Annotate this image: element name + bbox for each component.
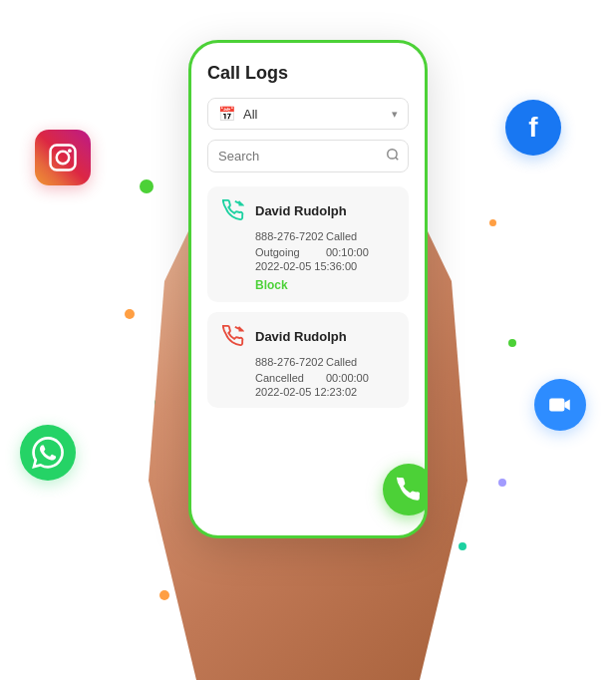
call-number-1: 888-276-7202 xyxy=(255,230,326,242)
instagram-icon xyxy=(35,130,91,185)
phone-frame: Call Logs 📅 All ▾ xyxy=(188,40,428,538)
dot-green-1 xyxy=(140,179,154,193)
scene: f Call Logs 📅 All ▾ xyxy=(0,0,616,680)
dot-orange-3 xyxy=(159,590,169,600)
call-fab-button[interactable] xyxy=(383,464,428,515)
call-details-2: 888-276-7202 Called Cancelled 00:00:00 xyxy=(255,356,397,384)
call-entry-1: David Rudolph 888-276-7202 Called Outgoi… xyxy=(207,186,409,302)
dot-orange-2 xyxy=(489,219,496,226)
call-incoming-icon-1 xyxy=(219,196,247,224)
instagram-svg xyxy=(48,143,78,172)
facebook-icon: f xyxy=(505,100,561,156)
search-icon xyxy=(386,148,400,165)
svg-point-2 xyxy=(68,149,72,153)
search-input[interactable] xyxy=(218,149,386,164)
svg-point-3 xyxy=(388,150,397,159)
svg-point-1 xyxy=(57,152,70,165)
call-entry-2: David Rudolph 888-276-7202 Called Cancel… xyxy=(207,312,409,408)
call-status-1: Called xyxy=(326,230,397,242)
filter-label: All xyxy=(243,107,392,122)
svg-rect-0 xyxy=(51,146,76,170)
caller-name-2: David Rudolph xyxy=(255,329,347,344)
dot-purple-1 xyxy=(498,479,506,487)
page-title: Call Logs xyxy=(207,63,409,84)
call-timestamp-2: 2022-02-05 12:23:02 xyxy=(255,386,397,398)
phone-icon xyxy=(396,477,422,503)
zoom-icon xyxy=(534,379,586,431)
call-duration-1: 00:10:00 xyxy=(326,246,397,258)
block-button-1[interactable]: Block xyxy=(255,278,397,292)
filter-dropdown[interactable]: 📅 All ▾ xyxy=(207,98,409,130)
call-header-1: David Rudolph xyxy=(219,196,397,224)
call-duration-2: 00:00:00 xyxy=(326,372,397,384)
caller-name-1: David Rudolph xyxy=(255,203,347,218)
whatsapp-icon xyxy=(20,425,76,481)
zoom-svg xyxy=(547,392,573,418)
whatsapp-svg xyxy=(32,437,64,469)
svg-line-4 xyxy=(396,158,399,161)
chevron-down-icon: ▾ xyxy=(392,108,398,121)
call-direction-1: Outgoing xyxy=(255,246,326,258)
call-header-2: David Rudolph xyxy=(219,322,397,350)
call-direction-2: Cancelled xyxy=(255,372,326,384)
dot-teal-2 xyxy=(459,542,466,550)
facebook-letter: f xyxy=(528,112,537,144)
phone-screen: Call Logs 📅 All ▾ xyxy=(191,43,425,535)
call-status-2: Called xyxy=(326,356,397,368)
search-bar[interactable] xyxy=(207,140,409,172)
call-missed-icon-2 xyxy=(219,322,247,350)
calendar-icon: 📅 xyxy=(218,106,235,122)
dot-green-2 xyxy=(508,339,516,347)
call-number-2: 888-276-7202 xyxy=(255,356,326,368)
call-details-1: 888-276-7202 Called Outgoing 00:10:00 xyxy=(255,230,397,258)
dot-orange-1 xyxy=(125,309,135,319)
call-timestamp-1: 2022-02-05 15:36:00 xyxy=(255,260,397,272)
